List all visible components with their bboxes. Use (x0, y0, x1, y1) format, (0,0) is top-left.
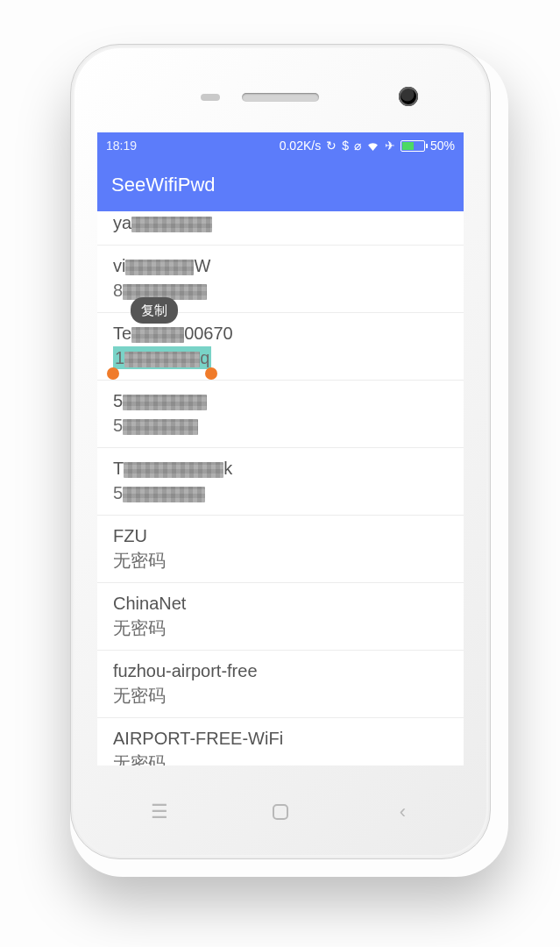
censored-block (124, 352, 200, 367)
wifi-item[interactable]: AIRPORT-FREE-WiFi无密码 (97, 718, 464, 765)
wifi-item[interactable]: Te00670复制1q (97, 313, 464, 381)
wifi-password[interactable]: 无密码 (113, 616, 448, 639)
wifi-ssid: Te00670复制 (113, 322, 448, 345)
wifi-ssid: Tk (113, 457, 448, 480)
status-bar: 18:19 0.02K/s ↻ $ ⌀ ✈ 50% (97, 132, 464, 159)
proximity-sensor (201, 94, 220, 101)
wifi-password[interactable]: 无密码 (113, 751, 448, 765)
nav-home-button[interactable] (267, 799, 294, 825)
copy-tooltip[interactable]: 复制 (131, 297, 178, 324)
wifi-item[interactable]: ya (97, 211, 464, 246)
wifi-password[interactable]: 1q (113, 346, 448, 369)
wifi-ssid: AIRPORT-FREE-WiFi (113, 727, 448, 750)
text-selection[interactable]: 1q (113, 346, 211, 369)
wifi-ssid: ChinaNet (113, 592, 448, 615)
selection-handle-left[interactable] (107, 367, 119, 380)
censored-block (131, 327, 184, 343)
screen: 18:19 0.02K/s ↻ $ ⌀ ✈ 50% SeeWifiPwd yav… (97, 132, 464, 765)
censored-block (125, 260, 194, 275)
censored-block (124, 462, 223, 478)
censored-block (123, 419, 198, 435)
status-time: 18:19 (106, 139, 137, 153)
front-camera (399, 87, 418, 106)
censored-block (123, 395, 207, 410)
airplane-icon: ✈ (385, 139, 395, 153)
nav-back-button[interactable]: ‹ (389, 799, 415, 825)
wifi-ssid: fuzhou-airport-free (113, 659, 448, 682)
phone-frame: 18:19 0.02K/s ↻ $ ⌀ ✈ 50% SeeWifiPwd yav… (70, 44, 491, 859)
wifi-ssid: FZU (113, 524, 448, 547)
wifi-item[interactable]: FZU无密码 (97, 516, 464, 583)
sync-icon: ↻ (326, 139, 337, 153)
wifi-ssid: 5 (113, 389, 448, 412)
wifi-item[interactable]: fuzhou-airport-free无密码 (97, 651, 464, 718)
wifi-ssid: viW (113, 254, 448, 277)
dnd-icon: ⌀ (354, 139, 361, 153)
status-net-speed: 0.02K/s (280, 139, 321, 153)
battery-icon (401, 140, 425, 152)
wifi-password[interactable]: 5 (113, 481, 448, 504)
app-title: SeeWifiPwd (111, 174, 216, 196)
wifi-password[interactable]: 无密码 (113, 684, 448, 707)
speaker-grille (242, 93, 319, 102)
wifi-item[interactable]: ChinaNet无密码 (97, 583, 464, 651)
wifi-item[interactable]: Tk5 (97, 448, 464, 516)
android-nav-bar: ☰ ‹ (97, 765, 464, 858)
selection-handle-right[interactable] (205, 367, 217, 380)
censored-block (131, 217, 212, 232)
bluetooth-icon: $ (342, 139, 349, 153)
nav-recent-button[interactable]: ☰ (145, 799, 172, 825)
censored-block (123, 487, 205, 502)
wifi-icon (366, 140, 379, 151)
wifi-item[interactable]: 55 (97, 381, 464, 448)
wifi-password[interactable]: 5 (113, 414, 448, 437)
wifi-password[interactable]: 无密码 (113, 549, 448, 572)
app-bar: SeeWifiPwd (97, 159, 464, 211)
battery-percent: 50% (430, 139, 455, 153)
wifi-ssid: ya (113, 211, 448, 234)
wifi-list[interactable]: yaviW8Te00670复制1q55Tk5FZU无密码ChinaNet无密码f… (97, 211, 464, 765)
